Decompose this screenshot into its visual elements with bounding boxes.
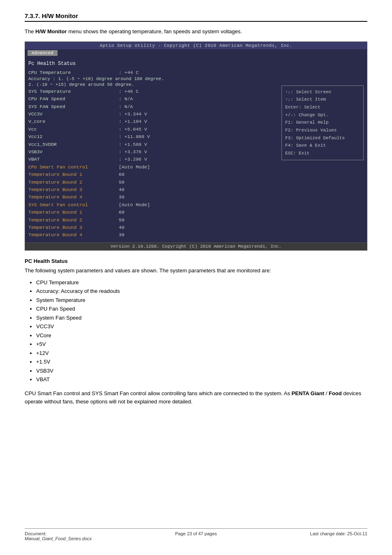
bios-row-label: Temperature Bound 3: [28, 224, 119, 231]
section-title-text: 7.3.7. H/W Monitor: [25, 12, 78, 19]
bios-data-row: Vcc1_5VDDR: +1.568 V: [28, 141, 277, 148]
bios-data-row: CPU FAN Speed: N/A: [28, 95, 277, 103]
footer-doc-label: Document:: [25, 531, 139, 536]
bios-help-item: Enter: Select: [285, 104, 360, 111]
bios-help-item: F1: General Help: [285, 119, 360, 127]
intro-text-after: menu shows the operating temperature, fa…: [67, 28, 242, 35]
bios-row-value: : +3.296 V: [119, 156, 147, 163]
bios-row-label: SYS FAN Speed: [28, 103, 119, 111]
bios-help-item: ↑↓: Select Item: [285, 96, 360, 104]
bullet-item: System Fan Speed: [36, 314, 367, 322]
bios-header: Aptio Setup Utility - Copyright (C) 2010…: [25, 42, 367, 49]
bios-help-item: F3: Optimized Defaults: [285, 134, 360, 142]
bullet-item: System Temperature: [36, 296, 367, 304]
footer-date: Last change date: 25-Oct-11: [310, 531, 367, 536]
bottom-bold-2: Food: [329, 390, 342, 396]
bios-tab-advanced[interactable]: Advanced: [28, 50, 58, 56]
bios-help-item: F4: Save & Exit: [285, 142, 360, 150]
bullet-item: CPU Fan Speed: [36, 305, 367, 313]
bullet-item: CPU Temperature: [36, 279, 367, 287]
bios-accuracy-row: 2. (-10 ~ +15) degree around 50 degree.: [28, 82, 277, 87]
bios-data-row: SYS FAN Speed: N/A: [28, 103, 277, 111]
bios-row-label: Temperature Bound 4: [28, 231, 119, 239]
bios-row-label: SYS Smart Fan control: [28, 201, 119, 209]
bios-data-row: SYS Temperature: +46 C: [28, 88, 277, 95]
bios-row-value: 60: [119, 209, 125, 216]
health-bullet-list: CPU TemperatureAccuracy: Accuracy of the…: [36, 279, 367, 384]
bios-row-value: [Auto Mode]: [119, 201, 150, 209]
bottom-bold-1: PENTA Giant: [292, 390, 324, 396]
bios-footer: Version 2.10.1208. Copyright (C) 2010 Am…: [25, 242, 367, 250]
bullet-item: +5V: [36, 340, 367, 348]
bios-data-row: CPU Temperature: +44 C: [28, 69, 277, 76]
bios-left-panel: Pc Health Status CPU Temperature: +44 CA…: [28, 61, 277, 239]
bios-row-value: : N/A: [119, 103, 133, 111]
bios-row-label: Vcc1_5VDDR: [28, 141, 119, 148]
footer-page-info: Page 23 of 47 pages: [175, 531, 217, 536]
bottom-paragraph: CPU Smart Fan control and SYS Smart Fan …: [25, 389, 367, 407]
bios-tab-bar: Advanced: [25, 49, 367, 57]
health-status-heading: PC Health Status: [25, 258, 367, 264]
bios-row-label: VSB3V: [28, 148, 119, 156]
intro-bold: H/W Monitor: [35, 28, 67, 35]
health-desc-span: The following system parameters and valu…: [25, 267, 271, 274]
bios-row-label: V_core: [28, 118, 119, 125]
bios-section-label: Pc Health Status: [28, 61, 277, 67]
bios-help-item: ESC: Exit: [285, 150, 360, 157]
page: 7.3.7. H/W Monitor The H/W Monitor menu …: [0, 0, 392, 555]
bios-row-value: : +11.880 V: [119, 133, 150, 140]
bullet-item: VSB3V: [36, 367, 367, 375]
bios-data-row: CPU Smart Fan control[Auto Mode]: [28, 164, 277, 171]
bios-data-row: Temperature Bound 160: [28, 171, 277, 178]
bios-row-value: : +1.568 V: [119, 141, 147, 148]
health-desc-text: The following system parameters and valu…: [25, 267, 367, 275]
page-footer: Document: Manual_Giant_Food_Series.docx …: [25, 528, 367, 543]
bios-accuracy-row: Accuracy : 1. (-5 ~ +10) degree around 1…: [28, 76, 277, 81]
bios-data-row: Temperature Bound 160: [28, 209, 277, 216]
footer-right: Last change date: 25-Oct-11: [253, 531, 367, 541]
bios-data-row: Temperature Bound 430: [28, 193, 277, 201]
bios-row-value: 60: [119, 171, 125, 178]
bios-row-value: 30: [119, 193, 125, 201]
bios-data-row: VCC3V: +3.344 V: [28, 111, 277, 118]
bios-row-value: : +46 C: [119, 88, 138, 95]
bios-help-item: ↑↓: Select Screen: [285, 88, 360, 96]
bios-row-value: : +3.376 V: [119, 148, 147, 156]
bios-row-value: 30: [119, 231, 125, 239]
bios-help-item: F2: Previous Values: [285, 127, 360, 134]
bios-row-label: CPU FAN Speed: [28, 95, 119, 103]
bullet-item: VCC3V: [36, 322, 367, 331]
bios-row-label: Vcc12: [28, 133, 119, 140]
bullet-item: +1.5V: [36, 358, 367, 366]
bios-data-row: VBAT: +3.296 V: [28, 156, 277, 163]
bios-row-label: Temperature Bound 2: [28, 216, 119, 224]
bios-footer-text: Version 2.10.1208. Copyright (C) 2010 Am…: [111, 244, 281, 249]
bios-right-panel: ↑↓: Select Screen↑↓: Select ItemEnter: S…: [281, 85, 364, 160]
bios-help-item: +/-: Change Opt.: [285, 111, 360, 119]
bios-data-row: Vcc: +5.045 V: [28, 126, 277, 133]
bullet-item: VBAT: [36, 375, 367, 384]
bios-row-label: Vcc: [28, 126, 119, 133]
footer-center: Page 23 of 47 pages: [139, 531, 253, 541]
bios-data-row: Temperature Bound 340: [28, 186, 277, 193]
bios-row-value: : N/A: [119, 95, 133, 103]
bios-row-value: [Auto Mode]: [119, 164, 150, 171]
bios-data-row: Temperature Bound 430: [28, 231, 277, 239]
bios-content-area: Pc Health Status CPU Temperature: +44 CA…: [25, 57, 367, 242]
bios-row-label: CPU Temperature: [28, 69, 119, 76]
bios-row-value: 40: [119, 186, 125, 193]
bios-data-row: Temperature Bound 340: [28, 224, 277, 231]
bullet-item: +12V: [36, 349, 367, 357]
bottom-text-1: CPU Smart Fan control and SYS Smart Fan …: [25, 390, 292, 396]
bios-row-value: 50: [119, 216, 125, 224]
bios-data-row: V_core: +1.104 V: [28, 118, 277, 125]
bios-row-label: CPU Smart Fan control: [28, 164, 119, 171]
bios-data-row: SYS Smart Fan control[Auto Mode]: [28, 201, 277, 209]
intro-text-before: The: [25, 28, 35, 35]
bios-screenshot: Aptio Setup Utility - Copyright (C) 2010…: [25, 41, 367, 251]
bottom-text-2: /: [324, 390, 329, 396]
health-status-section: PC Health Status The following system pa…: [25, 258, 367, 410]
bios-row-label: Temperature Bound 3: [28, 186, 119, 193]
bullet-item: Accuracy: Accuracy of the readouts: [36, 287, 367, 295]
bullet-item: VCore: [36, 332, 367, 340]
